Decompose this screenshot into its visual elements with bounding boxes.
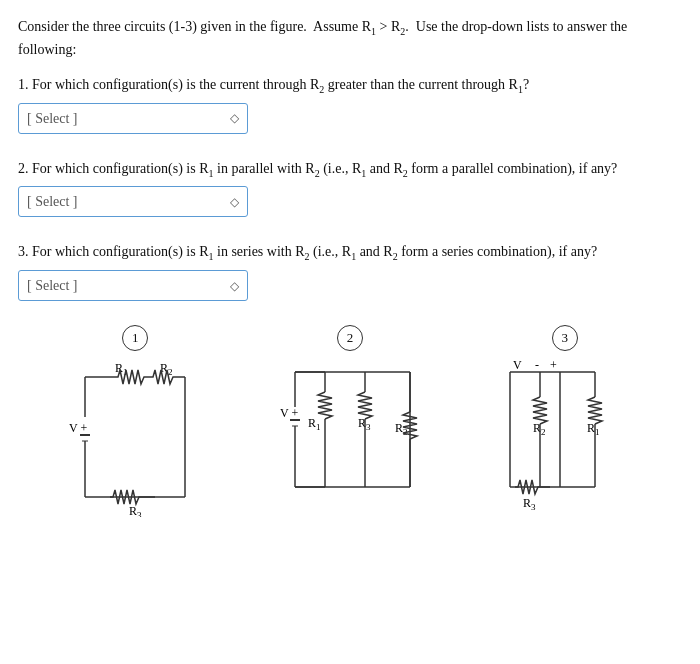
- circuits-area: 1 V + R1 R2 R3: [18, 325, 682, 517]
- question-2: 2. For which configuration(s) is R1 in p…: [18, 158, 682, 232]
- circuit-1-diagram: V + R1 R2 R3: [55, 357, 215, 517]
- svg-text:R3: R3: [523, 496, 536, 512]
- question-1: 1. For which configuration(s) is the cur…: [18, 74, 682, 148]
- dropdown-3-label: [ Select ]: [27, 275, 78, 296]
- circuit-3-diagram: V - + R2 R1 R3: [485, 357, 645, 517]
- circuit-3-number: 3: [552, 325, 578, 351]
- svg-text:V +: V +: [280, 406, 298, 420]
- svg-text:+: +: [550, 358, 557, 372]
- question-2-text: 2. For which configuration(s) is R1 in p…: [18, 158, 682, 181]
- circuit-3: 3 V - + R2 R1 R3: [485, 325, 645, 517]
- circuit-2-diagram: V + R1 R3 R2: [270, 357, 430, 517]
- svg-text:V +: V +: [69, 421, 87, 435]
- intro-text: Consider the three circuits (1-3) given …: [18, 16, 682, 60]
- dropdown-3-arrow: ◇: [230, 277, 239, 295]
- circuit-2-number: 2: [337, 325, 363, 351]
- dropdown-1-arrow: ◇: [230, 109, 239, 127]
- question-3-text: 3. For which configuration(s) is R1 in s…: [18, 241, 682, 264]
- dropdown-1[interactable]: [ Select ] ◇: [18, 103, 248, 134]
- circuit-2: 2 V + R1 R3: [270, 325, 430, 517]
- dropdown-2-label: [ Select ]: [27, 191, 78, 212]
- svg-text:-: -: [535, 358, 539, 372]
- question-3: 3. For which configuration(s) is R1 in s…: [18, 241, 682, 315]
- dropdown-3[interactable]: [ Select ] ◇: [18, 270, 248, 301]
- svg-text:R3: R3: [129, 504, 142, 517]
- svg-text:R1: R1: [308, 416, 321, 432]
- circuit-1-number: 1: [122, 325, 148, 351]
- circuit-1: 1 V + R1 R2 R3: [55, 325, 215, 517]
- svg-text:V: V: [513, 358, 522, 372]
- question-1-text: 1. For which configuration(s) is the cur…: [18, 74, 682, 97]
- svg-text:R2: R2: [395, 421, 408, 437]
- dropdown-2[interactable]: [ Select ] ◇: [18, 186, 248, 217]
- dropdown-1-label: [ Select ]: [27, 108, 78, 129]
- dropdown-2-arrow: ◇: [230, 193, 239, 211]
